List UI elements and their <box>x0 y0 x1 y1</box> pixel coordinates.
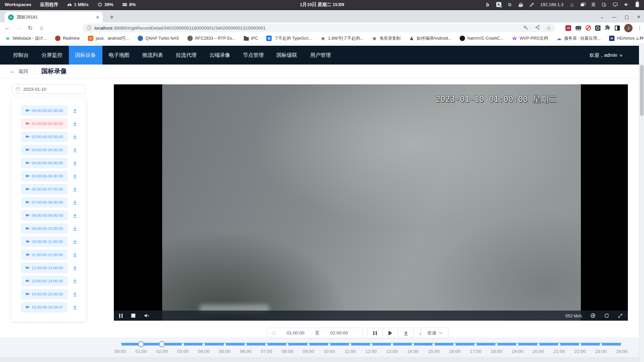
scrollbar-track[interactable] <box>639 44 644 362</box>
segment-download-button[interactable] <box>72 187 78 192</box>
segment-download-button[interactable] <box>72 239 78 244</box>
record-segment-button[interactable]: 15:00:00-15:09:47 <box>21 302 67 312</box>
window-close-button[interactable]: ✕ <box>637 14 641 19</box>
share-icon[interactable] <box>535 25 540 31</box>
screenshot-app-tray-icon[interactable]: A <box>496 2 501 8</box>
record-segment-button[interactable]: 03:00:00-04:00:00 <box>21 145 67 155</box>
segment-download-button[interactable] <box>72 265 78 271</box>
bookmark-item[interactable]: ⊕免登录复制 <box>372 36 401 41</box>
segment-download-button[interactable] <box>72 121 78 126</box>
bookmark-item[interactable]: IPC <box>244 36 258 41</box>
navbar-tab[interactable]: 云端录像 <box>203 46 237 65</box>
play-button[interactable] <box>383 328 398 338</box>
volume-tray-icon[interactable] <box>624 2 629 8</box>
record-segment-button[interactable]: 02:00:00-03:00:00 <box>21 132 67 142</box>
bookmark-item[interactable]: QNAP Turbo NAS <box>138 36 179 41</box>
bookmark-item[interactable]: hairrrrr/C-CrashC... <box>460 36 503 41</box>
clipboard-tray-icon[interactable]: ⧉ <box>507 2 512 8</box>
record-segment-button[interactable]: 09:00:00-10:00:00 <box>21 224 67 234</box>
back-button[interactable]: ← 返回 <box>10 68 28 75</box>
record-segment-button[interactable]: 06:00:00-07:00:00 <box>21 184 67 194</box>
password-key-icon[interactable] <box>523 25 528 31</box>
timeline-handle[interactable] <box>159 341 165 347</box>
blocker-extension-icon[interactable] <box>586 25 591 31</box>
snapshot-aperture-icon[interactable] <box>590 313 596 318</box>
scrollbar-thumb[interactable] <box>640 65 644 116</box>
segment-download-button[interactable] <box>72 278 78 284</box>
navbar-tab[interactable]: 节点管理 <box>237 46 270 65</box>
site-info-icon[interactable]: ⓘ <box>87 25 92 31</box>
extensions-puzzle-icon[interactable] <box>605 25 610 32</box>
window-switcher-tray-icon[interactable] <box>580 2 586 8</box>
navbar-tab[interactable]: 国标设备 <box>69 46 102 65</box>
display-tray-icon[interactable] <box>612 2 618 8</box>
video-player[interactable]: 2023-01-10 01:00:00 星期二 552 kb/s <box>114 84 628 321</box>
end-time-value[interactable]: 02:00:00 <box>320 330 359 335</box>
home-tray-icon[interactable]: ⌂ <box>569 2 574 8</box>
record-segment-button[interactable]: 12:00:00-13:00:00 <box>21 263 67 273</box>
segment-download-button[interactable] <box>72 173 78 179</box>
address-bar[interactable]: ⓘ localhost:38080/#/gbRecordDetail/34020… <box>82 24 556 32</box>
record-segment-button[interactable]: 07:00:00-08:00:00 <box>21 197 67 207</box>
pause-button[interactable] <box>367 328 383 338</box>
segment-download-button[interactable] <box>72 305 78 310</box>
input-method-indicator[interactable]: 英 <box>591 2 596 8</box>
segment-download-button[interactable] <box>72 213 78 218</box>
segment-download-button[interactable] <box>72 226 78 231</box>
browser-back-button[interactable]: ← <box>3 23 12 33</box>
battery-tray-icon[interactable] <box>635 2 640 8</box>
segment-download-button[interactable] <box>72 252 78 257</box>
caffeine-tray-icon[interactable]: ☕ <box>518 2 523 8</box>
player-stop-icon[interactable] <box>131 314 135 318</box>
browser-forward-button[interactable]: → <box>14 23 24 33</box>
kdeconnect-tray-icon[interactable] <box>601 2 607 8</box>
navbar-tab[interactable]: 拉流代理 <box>170 46 203 65</box>
record-segment-button[interactable]: 08:00:00-09:00:00 <box>21 210 67 220</box>
bookmark-item[interactable]: ♟如何编译Android... <box>409 36 452 41</box>
volume-muted-icon[interactable] <box>144 313 150 318</box>
segment-download-button[interactable] <box>72 147 78 153</box>
speed-dropdown[interactable]: 倍速 <box>421 328 449 338</box>
bookmark-item[interactable]: ⊕1.8W字|了不起的... <box>320 36 363 41</box>
bookmark-star-icon[interactable]: ☆ <box>546 25 551 31</box>
navbar-tab[interactable]: 国标级联 <box>270 46 304 65</box>
browser-home-button[interactable]: ⌂ <box>37 23 46 33</box>
incognito-extension-icon[interactable] <box>576 26 581 30</box>
applications-menu-button[interactable]: 应用程序 <box>40 2 58 8</box>
window-minimize-button[interactable]: — <box>612 14 616 19</box>
browser-reload-button[interactable]: ↻ <box>26 23 35 33</box>
navbar-tab[interactable]: 分屏监控 <box>35 46 69 65</box>
window-maximize-button[interactable]: ▢ <box>625 14 629 19</box>
ip-address-indicator[interactable]: 192.168.1.3 <box>540 2 563 7</box>
tab-search-icon[interactable]: ⌄ <box>600 14 604 19</box>
record-segment-button[interactable]: 01:00:00-02:00:00 <box>21 119 67 129</box>
bookmark-item[interactable]: Redmine <box>55 36 80 41</box>
segment-download-button[interactable] <box>72 200 78 205</box>
start-time-value[interactable]: 01:00:00 <box>276 330 315 335</box>
browser-menu-icon[interactable]: ⋮ <box>637 25 642 31</box>
bookmark-item[interactable]: RFC2833 – RTP Ev... <box>187 36 235 41</box>
timeline-handle[interactable] <box>138 341 144 347</box>
segment-download-button[interactable] <box>72 134 78 139</box>
new-tab-button[interactable]: + <box>107 12 117 22</box>
bookmark-item[interactable]: Cjava、android可... <box>88 36 129 41</box>
bookmark-item[interactable]: ≋Webstack - 设计... <box>5 36 47 41</box>
navbar-tab[interactable]: 推流列表 <box>136 46 170 65</box>
js-extension-icon[interactable]: JS <box>565 25 571 31</box>
record-segment-button[interactable]: 14:00:00-15:00:00 <box>21 289 67 299</box>
bookmark-item[interactable]: WWVP-PRO文档 <box>512 36 548 41</box>
bookmarks-overflow-icon[interactable]: » <box>636 36 639 41</box>
segment-download-button[interactable] <box>72 291 78 297</box>
record-segment-button[interactable]: 10:00:00-11:00:00 <box>21 237 67 247</box>
refresh-icon[interactable] <box>604 313 609 318</box>
record-segment-button[interactable]: 05:00:00-06:00:00 <box>21 171 67 181</box>
navbar-tab[interactable]: 控制台 <box>7 46 35 65</box>
user-menu[interactable]: 欢迎，admin ∨ <box>590 52 622 58</box>
b-app-tray-icon[interactable]: b <box>485 2 490 8</box>
date-picker-input[interactable]: 2023-01-10 <box>12 84 85 94</box>
bookmark-item[interactable]: 知了不起的 TypeScri... <box>266 36 312 41</box>
time-range-input[interactable]: 01:00:00 至 02:00:00 <box>267 328 363 338</box>
record-segment-button[interactable]: 00:00:00-01:00:00 <box>21 106 67 116</box>
segment-download-button[interactable] <box>72 160 78 166</box>
tab-close-icon[interactable]: ✕ <box>96 15 99 20</box>
